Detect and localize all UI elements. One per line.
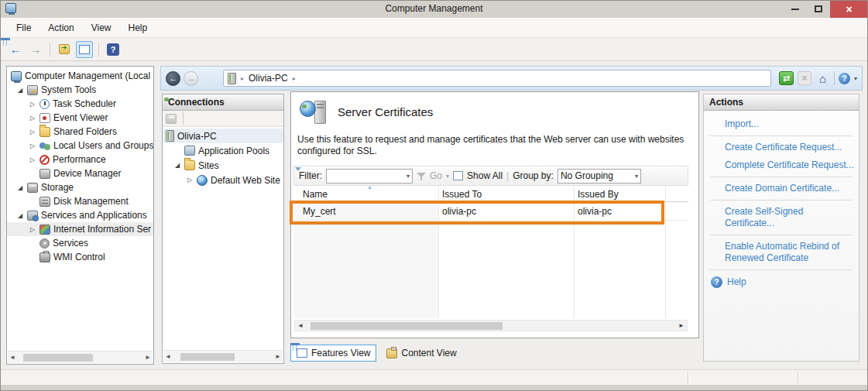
action-create-self-signed-certificate[interactable]: Create Self-Signed Certificate... [708, 203, 854, 232]
tree-item-task-scheduler[interactable]: ▷ Task Scheduler [7, 97, 153, 111]
group-by-label: Group by: [513, 170, 554, 181]
server-icon [166, 130, 174, 142]
expander-collapsed-icon[interactable]: ▷ [29, 226, 36, 233]
action-create-certificate-request[interactable]: Create Certificate Request... [708, 139, 854, 156]
connections-item-default-web-site[interactable]: ▷ Default Web Site [163, 173, 283, 187]
expander-collapsed-icon[interactable]: ▷ [29, 156, 36, 163]
scroll-right-icon[interactable]: ► [145, 354, 151, 361]
tree-item-system-tools[interactable]: ◢ System Tools [7, 83, 153, 97]
tree-item-computer-management[interactable]: Computer Management (Local [7, 69, 153, 83]
connections-item-server[interactable]: Olivia-PC [163, 129, 283, 143]
connections-item-application-pools[interactable]: Application Pools [163, 143, 283, 158]
nav-back-button[interactable]: ← [166, 71, 180, 86]
scrollbar-thumb[interactable] [310, 322, 503, 330]
tree-item-storage[interactable]: ◢ Storage [7, 180, 153, 194]
connections-hscrollbar[interactable]: ◄ ► [163, 350, 283, 362]
action-import[interactable]: Import... [708, 115, 854, 133]
forward-button[interactable]: → [27, 41, 44, 58]
menu-help[interactable]: Help [121, 19, 156, 36]
help-icon: ? [842, 74, 846, 83]
tree-item-label: Computer Management (Local [25, 70, 150, 81]
scroll-right-icon[interactable]: ► [678, 322, 684, 329]
menu-view[interactable]: View [84, 19, 119, 36]
breadcrumb-arrow-icon: ▸ [241, 75, 244, 82]
expander-collapsed-icon[interactable]: ▷ [29, 142, 36, 149]
tab-features-view[interactable]: Features View [290, 345, 376, 362]
go-dropdown-caret-icon[interactable]: ▾ [446, 173, 449, 180]
column-header-name[interactable]: Name [303, 189, 328, 200]
action-enable-automatic-rebind[interactable]: Enable Automatic Rebind of Renewed Certi… [708, 238, 844, 267]
help-dropdown-caret-icon[interactable]: ▾ [854, 75, 857, 82]
iis-help-button[interactable]: ? [839, 73, 850, 84]
scroll-right-icon[interactable]: ► [275, 353, 281, 360]
tab-label: Content View [401, 348, 456, 358]
minimize-button[interactable] [784, 0, 807, 18]
tree-item-iis[interactable]: ▷ Internet Information Ser [7, 222, 153, 236]
chevron-down-icon[interactable]: ▾ [407, 173, 410, 180]
action-complete-certificate-request[interactable]: Complete Certificate Request... [708, 156, 854, 174]
tree-item-label: WMI Control [53, 252, 105, 262]
save-connections-icon[interactable] [166, 114, 177, 124]
tree-item-wmi-control[interactable]: WMI Control [7, 250, 153, 264]
show-all-button[interactable]: Show All [467, 170, 503, 181]
expander-expanded-icon[interactable]: ◢ [173, 162, 181, 169]
group-by-select[interactable]: No Grouping ▾ [558, 169, 641, 183]
tree-item-device-manager[interactable]: Device Manager [7, 166, 153, 180]
breadcrumb-item-server[interactable]: Olivia-PC [249, 73, 288, 84]
expander-collapsed-icon[interactable]: ▷ [29, 129, 36, 135]
action-create-domain-certificate[interactable]: Create Domain Certificate... [708, 180, 854, 197]
connections-toolbar [163, 111, 283, 127]
tree-item-local-users-groups[interactable]: ▷ Local Users and Groups [7, 139, 153, 153]
close-button[interactable]: × [830, 0, 868, 18]
status-separator [798, 372, 798, 384]
nav-back-icon: ← [169, 74, 177, 83]
expander-expanded-icon[interactable]: ◢ [16, 212, 24, 219]
scroll-left-icon[interactable]: ◄ [297, 322, 304, 329]
filter-toolbar: Filter: ▾ Go ▾ Show All | Group by: No G… [293, 166, 688, 186]
stop-button[interactable]: × [798, 71, 811, 85]
scrollbar-thumb[interactable] [23, 354, 93, 362]
help-button[interactable]: ? [105, 41, 122, 58]
tree-item-label: Task Scheduler [53, 98, 116, 109]
go-button[interactable]: Go [430, 170, 442, 181]
tab-content-view[interactable]: Content View [381, 345, 461, 361]
breadcrumb[interactable]: ▸ Olivia-PC ▸ [223, 70, 771, 87]
scroll-left-icon[interactable]: ◄ [9, 354, 15, 361]
refresh-button[interactable]: ⇄ [779, 71, 794, 85]
toolbar-separator [834, 71, 835, 85]
scrollbar-thumb[interactable] [180, 353, 235, 361]
tree-item-services-applications[interactable]: ◢ Services and Applications [7, 208, 153, 222]
filter-input[interactable]: ▾ [326, 169, 413, 183]
menu-file[interactable]: File [9, 19, 39, 36]
expander-expanded-icon[interactable]: ◢ [16, 87, 24, 94]
show-console-tree-button[interactable] [76, 41, 93, 58]
export-list-button[interactable] [56, 41, 73, 58]
close-icon: × [846, 3, 852, 15]
connections-item-sites[interactable]: ◢ Sites [163, 158, 283, 173]
view-tabs: Features View Content View [290, 343, 699, 363]
home-button[interactable]: ⌂ [815, 71, 830, 85]
tree-item-disk-management[interactable]: Disk Management [7, 194, 153, 208]
console-tree-hscrollbar[interactable]: ◄ ► [8, 351, 153, 363]
nav-forward-button[interactable]: → [184, 71, 198, 86]
expander-expanded-icon[interactable]: ◢ [16, 184, 24, 191]
server-certificates-icon [300, 99, 328, 127]
column-header-issued-by[interactable]: Issued By [578, 189, 619, 200]
tab-label: Features View [311, 348, 370, 358]
menu-action[interactable]: Action [40, 19, 81, 36]
tree-item-performance[interactable]: ▷ Performance [7, 153, 153, 166]
column-header-issued-to[interactable]: Issued To [442, 189, 482, 200]
back-button[interactable]: ← [7, 41, 24, 58]
expander-collapsed-icon[interactable]: ▷ [29, 101, 36, 108]
table-hscrollbar[interactable]: ◄ ► [294, 320, 688, 331]
maximize-button[interactable] [807, 0, 830, 18]
scroll-left-icon[interactable]: ◄ [165, 353, 171, 360]
tree-item-shared-folders[interactable]: ▷ Shared Folders [7, 125, 153, 139]
tree-item-event-viewer[interactable]: ▷ Event Viewer [7, 111, 153, 125]
action-help[interactable]: ? Help [708, 273, 854, 288]
expander-collapsed-icon[interactable]: ▷ [29, 115, 36, 122]
separator [710, 200, 853, 201]
tree-item-services[interactable]: Services [7, 236, 153, 250]
chevron-down-icon[interactable]: ▾ [635, 173, 638, 180]
expander-collapsed-icon[interactable]: ▷ [186, 177, 194, 183]
